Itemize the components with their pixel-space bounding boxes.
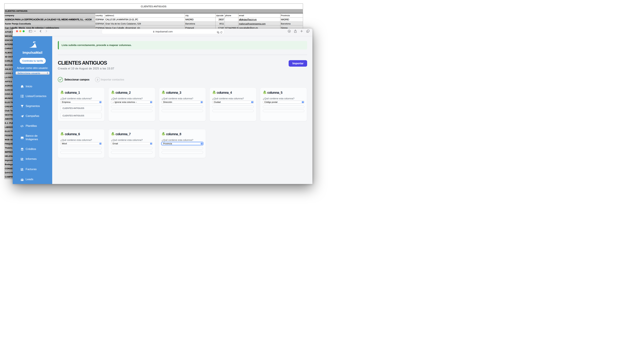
svg-text:文: 文 (218, 32, 219, 33)
